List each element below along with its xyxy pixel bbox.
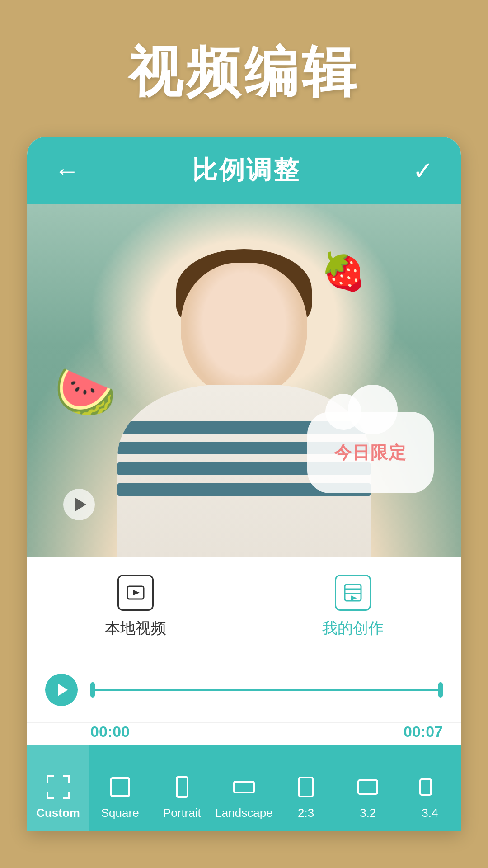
svg-rect-6 (111, 778, 129, 796)
local-video-button[interactable]: 本地视频 (27, 575, 244, 639)
sticker-watermelon: 🍉 (54, 367, 113, 425)
timeline-play-button[interactable] (45, 674, 78, 706)
svg-rect-7 (177, 777, 188, 797)
svg-marker-5 (351, 595, 357, 601)
landscape-ratio-icon (230, 774, 258, 801)
ratio-square[interactable]: Square (89, 745, 151, 831)
confirm-button[interactable]: ✓ (413, 156, 434, 185)
video-preview: 🍓 🍉 今日限定 (27, 204, 461, 557)
source-row: 本地视频 我的创作 (27, 557, 461, 657)
header-title: 比例调整 (192, 153, 300, 188)
my-creation-button[interactable]: 我的创作 (244, 575, 461, 639)
ratio-portrait-label: Portrait (163, 806, 201, 820)
sticker-cloud: 今日限定 (307, 412, 434, 493)
svg-rect-9 (299, 778, 313, 797)
svg-rect-8 (234, 782, 254, 793)
ratio-3-2[interactable]: 3.2 (337, 745, 399, 831)
timeline-row (27, 657, 461, 723)
timeline-bar[interactable] (90, 689, 443, 691)
svg-rect-10 (358, 780, 377, 794)
app-card: ← 比例调整 ✓ 🍓 🍉 今日限定 (27, 137, 461, 831)
ratio-3-4-icon (416, 774, 443, 801)
square-ratio-icon (107, 774, 134, 801)
my-creation-label: 我的创作 (322, 618, 384, 639)
corner-tl-icon (47, 775, 54, 783)
bottom-controls: 本地视频 我的创作 (27, 557, 461, 831)
ratio-2-3-label: 2:3 (298, 806, 314, 820)
ratio-3-4[interactable]: 3.4 (399, 745, 461, 831)
play-icon (58, 684, 68, 696)
ratio-3-2-label: 3.2 (360, 806, 376, 820)
play-triangle-icon (75, 497, 86, 512)
ratio-custom[interactable]: Custom (27, 745, 89, 831)
video-play-button[interactable] (63, 489, 95, 520)
ratio-2-3[interactable]: 2:3 (275, 745, 337, 831)
timeline-handle-left[interactable] (90, 682, 95, 698)
ratio-landscape-label: Landscape (215, 806, 272, 820)
time-end: 00:07 (404, 723, 443, 741)
portrait-ratio-icon (169, 774, 196, 801)
cloud-text: 今日限定 (334, 441, 407, 464)
time-start: 00:00 (90, 723, 130, 741)
svg-rect-11 (420, 779, 431, 795)
ratio-square-label: Square (101, 806, 139, 820)
time-labels: 00:00 00:07 (27, 723, 461, 745)
corner-bl-icon (47, 792, 54, 799)
local-video-label: 本地视频 (105, 618, 166, 639)
card-header: ← 比例调整 ✓ (27, 137, 461, 204)
ratio-portrait[interactable]: Portrait (151, 745, 213, 831)
timeline-handle-right[interactable] (438, 682, 443, 698)
corner-br-icon (63, 792, 70, 799)
ratio-bar: Custom Square Portrait (27, 745, 461, 831)
my-creation-icon (335, 575, 371, 611)
corner-tr-icon (63, 775, 70, 783)
ratio-3-4-label: 3.4 (422, 806, 438, 820)
custom-ratio-icon (45, 774, 72, 801)
ratio-3-2-icon (354, 774, 381, 801)
back-button[interactable]: ← (54, 156, 80, 185)
ratio-landscape[interactable]: Landscape (213, 745, 275, 831)
page-title: 视频编辑 (0, 0, 488, 137)
sticker-strawberry: 🍓 (321, 254, 361, 299)
ratio-2-3-icon (292, 774, 319, 801)
local-video-icon (117, 575, 154, 611)
ratio-custom-label: Custom (36, 806, 80, 820)
portrait-face (181, 263, 307, 398)
cloud-shape: 今日限定 (307, 412, 434, 493)
svg-marker-1 (133, 590, 140, 595)
